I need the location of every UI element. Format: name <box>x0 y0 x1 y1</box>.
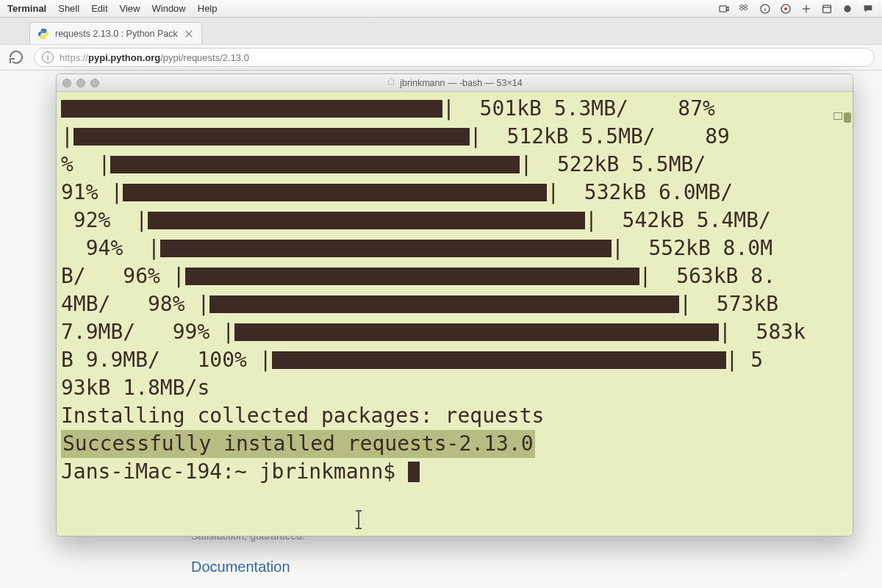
progress-stats: | 501kB 5.3MB/ 87% <box>442 95 715 123</box>
terminal-scrollbar[interactable] <box>844 112 851 123</box>
progress-stats: | 5 <box>726 346 764 374</box>
progress-bar <box>123 184 547 201</box>
terminal-cursor <box>408 462 420 482</box>
dot-icon[interactable] <box>841 2 854 15</box>
progress-stats: | 583k <box>719 318 806 346</box>
progress-percent: B/ 96% <box>61 262 173 290</box>
menubar-item-window[interactable]: Window <box>152 3 186 14</box>
progress-percent: 7.9MB/ 99% <box>61 318 222 346</box>
progress-percent: 4MB/ 98% <box>61 290 197 318</box>
terminal-progress-line: B 9.9MB/ 100% || 5 <box>61 346 848 374</box>
terminal-output[interactable]: | 501kB 5.3MB/ 87%|| 512kB 5.5MB/ 89% ||… <box>57 92 853 536</box>
documentation-link[interactable]: Documentation <box>191 559 290 576</box>
terminal-progress-line: 91% || 532kB 6.0MB/ <box>61 179 848 207</box>
url-host: pypi.python.org <box>88 52 160 63</box>
terminal-progress-line: B/ 96% || 563kB 8. <box>61 262 848 290</box>
dropbox-icon[interactable] <box>738 2 751 15</box>
progress-stats: | 563kB 8. <box>639 262 775 290</box>
progress-left-pipe: | <box>222 318 234 346</box>
chat-icon[interactable] <box>861 2 875 15</box>
progress-left-pipe: | <box>98 151 111 179</box>
progress-bar <box>185 268 639 285</box>
menubar-item-help[interactable]: Help <box>198 3 218 14</box>
progress-bar <box>209 295 679 313</box>
progress-left-pipe: | <box>110 179 123 207</box>
terminal-prompt: Jans-iMac-194:~ jbrinkmann$ <box>61 458 408 486</box>
svg-point-10 <box>844 5 850 12</box>
terminal-title: jbrinkmann — -bash — 53×14 <box>57 77 853 88</box>
text-cursor-ibeam <box>358 512 359 528</box>
menubar-item-edit[interactable]: Edit <box>91 3 107 14</box>
progress-bar <box>148 212 585 229</box>
progress-stats: | 552kB 8.0M <box>612 234 772 262</box>
progress-stats: | 532kB 6.0MB/ <box>547 179 758 207</box>
reload-button[interactable] <box>7 49 25 66</box>
home-icon <box>387 77 395 88</box>
progress-bar <box>234 323 719 341</box>
terminal-prompt-line[interactable]: Jans-iMac-194:~ jbrinkmann$ <box>61 458 848 486</box>
svg-rect-8 <box>823 5 831 12</box>
browser-tabstrip: requests 2.13.0 : Python Pack <box>0 18 882 44</box>
progress-left-pipe: | <box>61 123 74 151</box>
terminal-progress-line: 4MB/ 98% || 573kB <box>61 290 848 318</box>
info-icon[interactable] <box>759 2 772 15</box>
terminal-titlebar[interactable]: jbrinkmann — -bash — 53×14 <box>57 74 853 92</box>
progress-bar <box>272 351 726 369</box>
progress-percent: 91% <box>61 179 110 207</box>
progress-percent: % <box>61 151 98 179</box>
tab-title: requests 2.13.0 : Python Pack <box>55 29 178 39</box>
progress-left-pipe: | <box>123 207 148 234</box>
terminal-progress-line: || 512kB 5.5MB/ 89 <box>61 123 848 151</box>
sync-icon[interactable] <box>779 2 792 15</box>
terminal-line-installing: Installing collected packages: requests <box>61 402 848 430</box>
terminal-progress-line: 94% || 552kB 8.0M <box>61 234 848 262</box>
python-favicon <box>37 28 49 40</box>
progress-stats: | 522kB 5.5MB/ <box>520 151 767 179</box>
progress-stats: | 573kB <box>679 290 791 318</box>
terminal-window: jbrinkmann — -bash — 53×14 | 501kB 5.3MB… <box>56 74 853 537</box>
progress-percent: 92% <box>61 207 123 234</box>
calendar-icon[interactable] <box>820 2 833 15</box>
terminal-progress-line: % || 522kB 5.5MB/ <box>61 151 848 179</box>
progress-left-pipe: | <box>259 346 272 374</box>
terminal-progress-line: 7.9MB/ 99% || 583k <box>61 318 848 346</box>
progress-left-pipe: | <box>173 262 185 290</box>
url-path: /pypi/requests/2.13.0 <box>160 52 249 63</box>
menubar-item-shell[interactable]: Shell <box>58 3 79 14</box>
svg-point-5 <box>784 7 787 10</box>
progress-stats: | 512kB 5.5MB/ 89 <box>470 123 730 151</box>
url-prefix: https:// <box>60 52 88 63</box>
site-info-icon[interactable]: i <box>42 51 54 63</box>
progress-percent: 94% <box>61 234 135 262</box>
terminal-line-tail: 93kB 1.8MB/s <box>61 374 848 402</box>
progress-bar <box>74 128 470 146</box>
progress-bar <box>110 156 520 173</box>
browser-toolbar: i https://pypi.python.org/pypi/requests/… <box>0 44 882 71</box>
progress-bar <box>160 240 612 257</box>
progress-left-pipe: | <box>197 290 209 318</box>
screen-record-icon[interactable] <box>717 2 731 15</box>
progress-stats: | 542kB 5.4MB/ <box>585 207 771 234</box>
progress-percent: B 9.9MB/ 100% <box>61 346 259 374</box>
terminal-progress-line: 92% || 542kB 5.4MB/ <box>61 207 848 234</box>
terminal-corner-icon <box>833 112 842 120</box>
terminal-progress-line: | 501kB 5.3MB/ 87% <box>61 95 848 123</box>
plus-icon[interactable] <box>800 2 813 15</box>
menubar-app-name[interactable]: Terminal <box>7 3 46 14</box>
mac-menubar: Terminal Shell Edit View Window Help <box>0 0 882 18</box>
terminal-line-success: Successfully installed requests-2.13.0 <box>61 430 848 458</box>
address-bar[interactable]: i https://pypi.python.org/pypi/requests/… <box>34 48 875 67</box>
menubar-item-view[interactable]: View <box>120 3 140 14</box>
progress-left-pipe: | <box>135 234 160 262</box>
tab-close-icon[interactable] <box>184 29 194 39</box>
svg-rect-0 <box>720 6 726 12</box>
progress-bar <box>61 100 442 118</box>
browser-tab[interactable]: requests 2.13.0 : Python Pack <box>29 22 202 44</box>
